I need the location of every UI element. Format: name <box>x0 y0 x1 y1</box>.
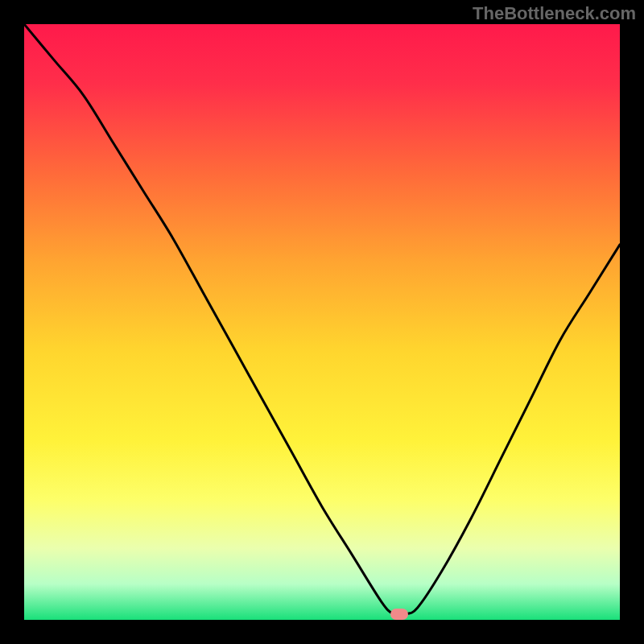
attribution-label: TheBottleneck.com <box>473 3 636 24</box>
optimal-marker <box>390 609 408 620</box>
chart-frame: TheBottleneck.com <box>0 0 644 644</box>
bottleneck-curve <box>24 24 620 620</box>
plot-area <box>24 24 620 620</box>
